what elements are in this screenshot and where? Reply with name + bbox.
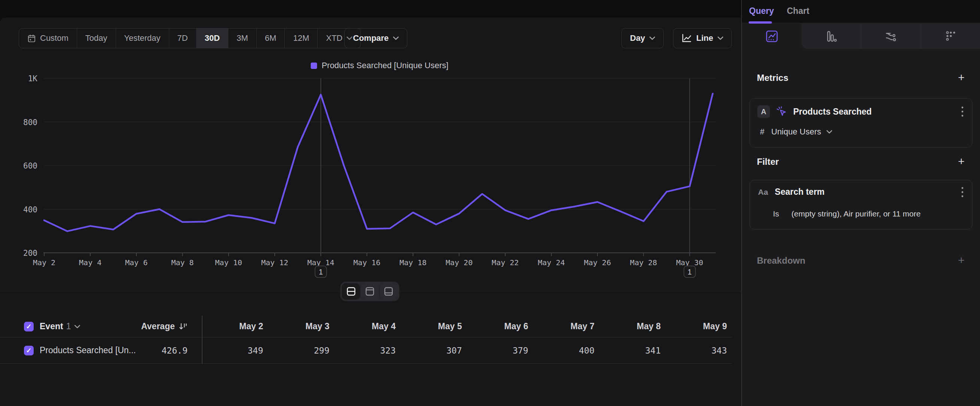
range-label: 12M (293, 33, 309, 43)
add-metric-button[interactable]: + (956, 73, 966, 83)
y-axis-label: 200 (23, 249, 37, 258)
date-column-header[interactable]: May 3 (268, 322, 334, 331)
granularity-button[interactable]: Day (621, 28, 664, 48)
metric-event-name: Products Searched (793, 107, 872, 117)
filter-card[interactable]: Aa Search term Is (empty string), Air pu… (749, 180, 972, 229)
add-filter-button[interactable]: + (956, 156, 966, 166)
metric-card[interactable]: A Products Searched # Unique Users (749, 98, 972, 148)
add-breakdown-button[interactable]: + (956, 255, 966, 265)
x-axis-label: May 4 (79, 258, 102, 267)
aggregation-selector[interactable]: Unique Users (771, 127, 821, 137)
y-axis-label: 600 (23, 161, 37, 170)
tab-insights[interactable] (742, 24, 802, 49)
y-axis-label: 400 (23, 205, 37, 214)
range-label: 6M (265, 33, 277, 43)
series-line[interactable] (44, 94, 713, 231)
date-column-header[interactable]: May 4 (334, 322, 401, 331)
annotation-badge-label: 1 (688, 268, 692, 276)
tab-funnels[interactable] (802, 24, 861, 49)
x-axis-label: May 16 (353, 258, 380, 267)
x-axis-label: May 18 (399, 258, 426, 267)
legend-swatch (311, 62, 317, 69)
date-column-header[interactable]: May 7 (533, 322, 599, 331)
value-cell[interactable]: 307 (401, 346, 467, 355)
range-button-today[interactable]: Today (77, 29, 116, 48)
value-cell[interactable]: 343 (665, 346, 732, 355)
range-button-3m[interactable]: 3M (228, 29, 257, 48)
date-column-header[interactable]: May 9 (665, 322, 732, 331)
date-column-header[interactable]: May 5 (401, 322, 467, 331)
layout-button-split-view[interactable] (342, 283, 360, 299)
legend-label: Products Searched [Unique Users] (321, 61, 449, 70)
select-all-checkbox[interactable]: ✓ (24, 322, 34, 331)
value-cell[interactable]: 341 (599, 346, 665, 355)
chart-type-button[interactable]: Line (673, 28, 732, 48)
table-header-left: ✓ Event 1 Average (0, 316, 202, 337)
value-cell[interactable]: 379 (467, 346, 533, 355)
kebab-menu-icon[interactable] (961, 106, 964, 118)
filter-value[interactable]: (empty string), Air purifier, or 11 more (791, 209, 921, 218)
chevron-down-icon (827, 130, 832, 134)
range-button-7d[interactable]: 7D (169, 29, 197, 48)
table-date-headers: May 2May 3May 4May 5May 6May 7May 8May 9 (202, 322, 732, 331)
layout-button-chart-view[interactable] (360, 283, 379, 299)
metric-letter-badge: A (757, 105, 770, 118)
chart-legend[interactable]: Products Searched [Unique Users] (183, 60, 576, 71)
flows-icon (884, 30, 898, 43)
range-button-yesterday[interactable]: Yesterday (116, 29, 169, 48)
filter-operator[interactable]: Is (773, 209, 779, 218)
sort-descending-icon[interactable] (178, 322, 188, 331)
chevron-down-icon[interactable] (75, 323, 80, 330)
chart-type-label: Line (696, 33, 713, 43)
tab-query[interactable]: Query (749, 6, 774, 16)
date-column-header[interactable]: May 2 (202, 322, 268, 331)
table-value-cells: 349299323307379400341343 (202, 346, 732, 355)
tab-chart[interactable]: Chart (787, 6, 809, 16)
funnel-bars-icon (825, 30, 838, 43)
report-type-tabs (742, 24, 980, 49)
value-cell[interactable]: 349 (202, 346, 268, 355)
chevron-down-icon (718, 36, 723, 40)
value-cell[interactable]: 323 (334, 346, 401, 355)
x-axis-label: May 10 (215, 258, 242, 267)
date-column-header[interactable]: May 6 (467, 322, 533, 331)
value-cell[interactable]: 299 (268, 346, 334, 355)
compare-button[interactable]: Compare (344, 28, 407, 48)
dots-grid-icon (944, 30, 957, 43)
date-column-header[interactable]: May 8 (599, 322, 665, 331)
metrics-heading: Metrics (757, 73, 788, 83)
insights-line-chart-icon (765, 30, 779, 43)
range-label: Custom (40, 33, 68, 43)
chart-toolbar: CustomTodayYesterday7D30D3M6M12MXTD Comp… (0, 28, 741, 48)
chevron-down-icon (649, 36, 655, 40)
event-cursor-icon (775, 105, 788, 118)
x-axis-label: May 12 (261, 258, 288, 267)
range-button-30d[interactable]: 30D (197, 29, 228, 48)
range-button-6m[interactable]: 6M (257, 29, 285, 48)
tab-flows[interactable] (861, 24, 921, 49)
series-name: Products Searched [Un... (40, 345, 136, 355)
x-axis-label: May 26 (584, 258, 611, 267)
tab-retention[interactable] (921, 24, 980, 49)
compare-label: Compare (353, 33, 388, 43)
layout-button-table-view[interactable] (379, 283, 398, 299)
query-panel: Query Chart (742, 0, 980, 406)
range-label: 7D (177, 33, 188, 43)
range-label: XTD (326, 33, 342, 43)
range-button-custom[interactable]: Custom (19, 29, 77, 48)
range-label: 30D (205, 33, 220, 43)
x-axis-label: May 24 (538, 258, 565, 267)
results-table: ✓ Event 1 Average May 2May 3May 4May 5 (0, 316, 732, 364)
range-button-12m[interactable]: 12M (285, 29, 318, 48)
table-row[interactable]: ✓ Products Searched [Un... 426.9 3492993… (0, 338, 732, 364)
filter-heading: Filter (757, 156, 779, 167)
split-view-icon (346, 287, 356, 296)
row-checkbox[interactable]: ✓ (24, 346, 34, 355)
filter-property-name: Search term (775, 187, 825, 197)
kebab-menu-icon[interactable] (961, 186, 964, 198)
annotation-badge-label: 1 (318, 268, 323, 276)
range-label: Today (85, 33, 107, 43)
value-cell[interactable]: 400 (533, 346, 599, 355)
line-chart-icon (682, 34, 692, 43)
x-axis-label: May 2 (33, 258, 56, 267)
